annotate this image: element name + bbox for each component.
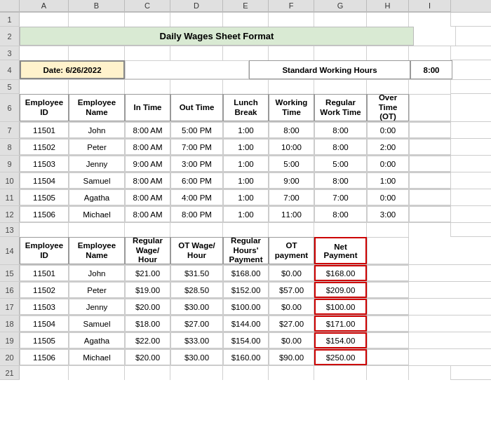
row-14: 14 Employee ID Employee Name Regular Wag… <box>0 237 491 265</box>
cell-21d <box>125 366 170 380</box>
col-header-e: D <box>170 0 223 12</box>
row-11: 1111505Agatha8:00 AM4:00 PM1:007:007:000… <box>0 189 491 206</box>
t2-r5-netpay: $250.00 <box>314 349 367 365</box>
t1-r2-intime: 9:00 AM <box>125 156 170 172</box>
rownum-13: 13 <box>0 223 20 236</box>
t2-r3-regpay: $144.00 <box>223 315 269 332</box>
rownum-3: 3 <box>0 46 20 60</box>
col-header-h: G <box>314 0 367 12</box>
cell-5j <box>409 80 451 94</box>
cell-5e <box>170 80 223 94</box>
cell-13j <box>409 223 451 237</box>
cell-16j <box>367 282 409 298</box>
col-header-g: F <box>269 0 314 12</box>
row-12: 1211506Michael8:00 AM8:00 PM1:0011:008:0… <box>0 206 491 223</box>
row-21: 21 <box>0 366 491 380</box>
t2-r1-empid: 11502 <box>20 282 69 298</box>
rownum-10: 10 <box>0 172 20 189</box>
cell-1h <box>314 13 367 27</box>
cell-3c <box>69 46 125 60</box>
cell-8j <box>409 139 451 155</box>
cell-13b <box>20 223 69 237</box>
cell-9j <box>409 156 451 172</box>
rownum-6: 6 <box>0 94 20 121</box>
t2-r0-regpay: $168.00 <box>223 265 269 281</box>
t1-r0-lunch: 1:00 <box>223 122 269 138</box>
row-17: 1711503Jenny$20.00$30.00$100.00$0.00$100… <box>0 299 491 315</box>
rownum-16: 16 <box>0 282 20 298</box>
t2-r2-empname: Jenny <box>69 299 125 315</box>
t1-r3-lunch: 1:00 <box>223 172 269 189</box>
cell-13e <box>170 223 223 237</box>
cell-21i <box>367 366 409 380</box>
cell-5f <box>223 80 269 94</box>
cell-1d <box>125 13 170 27</box>
cell-21g <box>269 366 314 380</box>
t1-r5-lunch: 1:00 <box>223 206 269 222</box>
col-header-d: C <box>125 0 170 12</box>
table1-rows: 711501John8:00 AM5:00 PM1:008:008:000:00… <box>0 122 491 223</box>
t1-r1-outtime: 7:00 PM <box>170 139 223 155</box>
cell-1c <box>69 13 125 27</box>
t2-r0-otpay: $0.00 <box>269 265 314 281</box>
cell-13i <box>367 223 409 237</box>
t2-r3-regwage: $18.00 <box>125 315 170 332</box>
row-3: 3 <box>0 46 491 60</box>
t2-r0-empname: John <box>69 265 125 281</box>
row-19: 1911505Agatha$22.00$33.00$154.00$0.00$15… <box>0 332 491 349</box>
t1-r0-regwork: 8:00 <box>314 122 367 138</box>
t1-r2-outtime: 3:00 PM <box>170 156 223 172</box>
t2-r0-netpay: $168.00 <box>314 265 367 281</box>
col-header-row: A B C D E F G H I <box>0 0 491 13</box>
t2-r5-regwage: $20.00 <box>125 349 170 365</box>
rownum-5: 5 <box>0 80 20 93</box>
cell-21h <box>314 366 367 380</box>
row-5: 5 <box>0 80 491 94</box>
cell-13f <box>223 223 269 237</box>
rownum-2: 2 <box>0 27 20 46</box>
t1-header-empname: Employee Name <box>69 94 125 121</box>
t2-header-otpay: OT payment <box>269 237 314 264</box>
cell-3e <box>170 46 223 60</box>
cell-13h <box>314 223 367 237</box>
cell-1j <box>409 13 451 27</box>
t2-r0-otwage: $31.50 <box>170 265 223 281</box>
t2-header-regpay: Regular Hours' Payment <box>223 237 269 264</box>
cell-13g <box>269 223 314 237</box>
t1-header-intime: In Time <box>125 94 170 121</box>
t2-r4-otwage: $33.00 <box>170 332 223 348</box>
t1-r4-empid: 11505 <box>20 189 69 205</box>
t2-r4-empid: 11505 <box>20 332 69 348</box>
rownum-19: 19 <box>0 332 20 348</box>
rownum-1: 1 <box>0 13 20 26</box>
row-1: 1 <box>0 13 491 27</box>
t1-r3-empname: Samuel <box>69 172 125 189</box>
t1-r5-empid: 11506 <box>20 206 69 222</box>
t2-r2-empid: 11503 <box>20 299 69 315</box>
t1-header-regwork: Regular Work Time <box>314 94 367 121</box>
col-header-i: H <box>367 0 409 12</box>
cell-4mid <box>125 60 249 79</box>
cell-3j <box>409 46 451 60</box>
t2-header-empname: Employee Name <box>69 237 125 264</box>
rownum-17: 17 <box>0 299 20 315</box>
row-20: 2011506Michael$20.00$30.00$160.00$90.00$… <box>0 349 491 366</box>
cell-6j <box>409 94 451 121</box>
t1-r4-ot: 0:00 <box>367 189 409 205</box>
cell-15j <box>367 265 409 281</box>
t2-r5-empname: Michael <box>69 349 125 365</box>
t1-r4-regwork: 7:00 <box>314 189 367 205</box>
t2-r1-otwage: $28.50 <box>170 282 223 298</box>
t2-r3-empname: Samuel <box>69 315 125 332</box>
t2-r0-regwage: $21.00 <box>125 265 170 281</box>
t1-r1-intime: 8:00 AM <box>125 139 170 155</box>
cell-3h <box>314 46 367 60</box>
t1-r1-ot: 2:00 <box>367 139 409 155</box>
t2-header-empid: Employee ID <box>20 237 69 264</box>
t1-r0-intime: 8:00 AM <box>125 122 170 138</box>
rownum-12: 12 <box>0 206 20 222</box>
rownum-15: 15 <box>0 265 20 281</box>
cell-21c <box>69 366 125 380</box>
cell-1e <box>170 13 223 27</box>
std-hours-value: 8:00 <box>410 60 452 79</box>
